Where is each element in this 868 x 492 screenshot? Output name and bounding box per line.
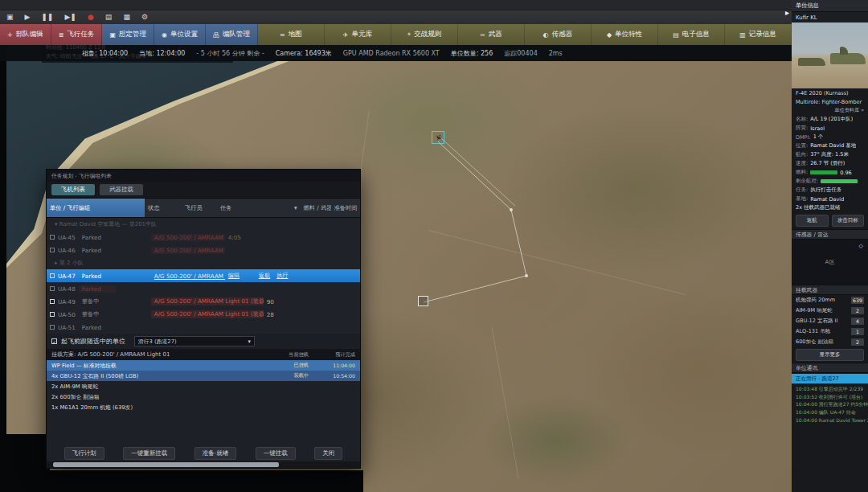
info-row: 速度: 26.7 节 (滑行): [792, 159, 868, 168]
cell-fuel: 28: [264, 311, 294, 318]
table-row[interactable]: UA-46 Parked A/G 500-200' / AMRAAM Light…: [47, 244, 360, 256]
cell-mission: A/G 500-200' / AMRAAM Light 01 (装载中): [151, 297, 264, 305]
toolbar-button-unit-props[interactable]: ◆ 单位特性: [592, 24, 658, 45]
reload-all-button[interactable]: 一键重新挂载: [123, 447, 175, 460]
unit-photo: [792, 23, 868, 88]
local-time: 当地: 12:04:00: [139, 49, 185, 58]
tab-weapon-loadout[interactable]: 武器挂载: [100, 184, 143, 195]
toolbar-button-log[interactable]: ▥ 记录信息: [725, 24, 792, 45]
column-mission[interactable]: 任务: [217, 204, 291, 212]
toolbar-button-scenario[interactable]: ▣ 想定管理: [102, 24, 154, 45]
column-unit[interactable]: 单位 / 飞行编组: [47, 199, 145, 217]
camera-altitude: Camera: 16493米: [276, 49, 332, 58]
execute-link[interactable]: 执行: [273, 272, 291, 280]
tab-aircraft-list[interactable]: 飞机列表: [51, 184, 95, 195]
weapon-row[interactable]: 600加仑 副油箱 2: [792, 337, 868, 347]
cell-mission: A/G 500-200' / AMRAAM Light 01: [151, 247, 225, 254]
rtb-link[interactable]: 返航: [256, 272, 273, 280]
cell-status: Parked: [79, 324, 116, 331]
group-row[interactable]: ▾ Ramat David 空军基地 — 第201中队: [47, 218, 360, 231]
flight-plan-button[interactable]: 飞行计划: [64, 447, 104, 460]
toolbar-button-flight-mission[interactable]: ≣ 飞行任务: [51, 24, 103, 45]
range-row: 剩余航程:: [792, 177, 868, 186]
info-value: A/L 19 (201中队): [810, 116, 853, 123]
toolbar-button-sensors[interactable]: ◐ 传感器: [525, 24, 592, 45]
weapon-name: ALQ-131 吊舱: [796, 328, 849, 335]
loadout-eta: 10:54:00: [309, 373, 355, 379]
section-comms[interactable]: 单位通讯: [792, 363, 868, 373]
toolbar-button-group-manage[interactable]: 品 编队管理: [206, 24, 258, 45]
unit-database-link[interactable]: 单位资料库 »: [792, 106, 868, 115]
toolbar-button-roe[interactable]: ⌖ 交战规则: [391, 24, 458, 45]
selected-aircraft-icon[interactable]: ✈: [432, 131, 444, 144]
edit-link[interactable]: 编辑: [225, 272, 256, 280]
taxi-dropdown[interactable]: 滑行3 (跑道27) ▾: [134, 336, 255, 346]
play-icon[interactable]: ▶: [25, 14, 31, 21]
horizontal-scrollbar[interactable]: [47, 461, 360, 468]
column-status[interactable]: 状态: [145, 204, 182, 212]
sidebar-collapse-arrow[interactable]: ▸: [785, 8, 789, 17]
group-icon: 品: [213, 31, 219, 39]
window-icon[interactable]: ▣: [6, 14, 14, 21]
unit-name[interactable]: Kufir KL: [792, 12, 868, 23]
toolbar-button-unit-settings[interactable]: ◉ 单位设置: [154, 24, 206, 45]
follow-checkbox[interactable]: ✓: [51, 338, 57, 344]
close-button[interactable]: 关闭: [314, 447, 342, 460]
rtb-button[interactable]: 返航: [796, 215, 829, 227]
printer-icon[interactable]: ▤: [105, 14, 113, 21]
table-row[interactable]: UA-51 Parked: [47, 321, 360, 334]
mission-link[interactable]: A/G 500-200' / AMRAAM Light 01: [151, 273, 225, 280]
info-row: 阵营: Israel: [792, 124, 868, 133]
table-row[interactable]: UA-45 Parked A/G 500-200' / AMRAAM Light…: [47, 231, 360, 244]
menubar: ▣ ▶ ❚❚ ▶❚ ● ▤ ▦ ⚙: [0, 0, 868, 24]
loadout-row[interactable]: 4x GBU-12 宝石路 II (500磅 LGB) 装载中 10:54:00: [47, 371, 360, 381]
column-pilot[interactable]: 飞行员: [182, 204, 217, 212]
toolbar-button-force-edit[interactable]: + 部队编辑: [0, 24, 51, 45]
weapon-row[interactable]: GBU-12 宝石路 II 4: [792, 316, 868, 326]
column-ready-time[interactable]: 准备时间: [331, 204, 360, 212]
show-more-button[interactable]: 显示更多: [796, 349, 864, 361]
section-sensors[interactable]: 传感器 / 雷达: [792, 229, 868, 240]
loadout-row[interactable]: 2x AIM-9M 响尾蛇: [47, 381, 360, 392]
zulu-time: 祖鲁: 10:04:00: [82, 49, 128, 58]
sort-icon[interactable]: ▾: [291, 204, 301, 211]
target-waypoint-marker[interactable]: [418, 296, 428, 306]
table-row[interactable]: UA-50 整备中 A/G 500-200' / AMRAAM Light 01…: [47, 308, 360, 321]
loadout-row-selected[interactable]: WP Field — 标准对地挂载 已挂载 11:04:00: [47, 360, 360, 371]
comms-highlight-message[interactable]: 正在滑行 - 跑道27: [792, 374, 868, 383]
scrollbar-thumb[interactable]: [53, 462, 279, 467]
column-fuel-weapons[interactable]: 燃料 / 武器: [301, 204, 331, 212]
toolbar-button-map[interactable]: ≡ 地图: [258, 24, 325, 45]
section-weapons[interactable]: 挂载武器: [792, 285, 868, 295]
weapon-row[interactable]: 机炮弹药 20mm 639: [792, 295, 868, 305]
loadout-row[interactable]: 2x 600加仑 副油箱: [47, 392, 360, 402]
attack-target-button[interactable]: 攻击目标: [832, 215, 865, 227]
cell-status: 整备中: [79, 310, 116, 318]
sidebar-buttons: 返航 攻击目标: [792, 212, 868, 229]
selected-row[interactable]: UA-47 Parked A/G 500-200' / AMRAAM Light…: [47, 269, 360, 282]
cell-unit: UA-48: [55, 285, 79, 293]
expander-row[interactable]: ▸ 第 2 小队: [47, 256, 360, 269]
toolbar-button-weapons[interactable]: ≈ 武器: [458, 24, 525, 45]
ready-button[interactable]: 准备·就绪: [194, 447, 236, 460]
table-row[interactable]: UA-48 Parked: [47, 282, 360, 295]
cell-unit: UA-49: [55, 298, 79, 305]
table-row[interactable]: UA-49 整备中 A/G 500-200' / AMRAAM Light 01…: [47, 295, 360, 308]
quick-load-button[interactable]: 一键挂载: [256, 447, 296, 460]
zone-label: A区: [825, 258, 835, 266]
gear-icon[interactable]: ⚙: [141, 14, 148, 21]
weapon-row[interactable]: AIM-9M 响尾蛇 2: [792, 305, 868, 316]
display-icon[interactable]: ▦: [123, 14, 130, 21]
aircraft-tail: [840, 47, 848, 55]
step-forward-icon[interactable]: ▶❚: [65, 14, 76, 21]
loadout-row[interactable]: 1x M61A1 20mm 机炮 (639发): [47, 402, 360, 412]
toolbar-button-emcon[interactable]: ▤ 电子信息: [658, 24, 725, 45]
toolbar-button-unit-library[interactable]: ✈ 单元库: [325, 24, 391, 45]
dialog-title[interactable]: 任务规划 - 飞行编组列表: [47, 170, 360, 182]
record-icon[interactable]: ●: [88, 14, 94, 21]
weapon-row[interactable]: ALQ-131 吊舱 1: [792, 326, 868, 337]
doc-icon: ▤: [673, 31, 679, 39]
pause-icon[interactable]: ❚❚: [41, 14, 53, 21]
toolbar-label: 编队管理: [223, 30, 250, 39]
log-line: 10:04:00 Ramat David Tower 2: [796, 416, 864, 424]
